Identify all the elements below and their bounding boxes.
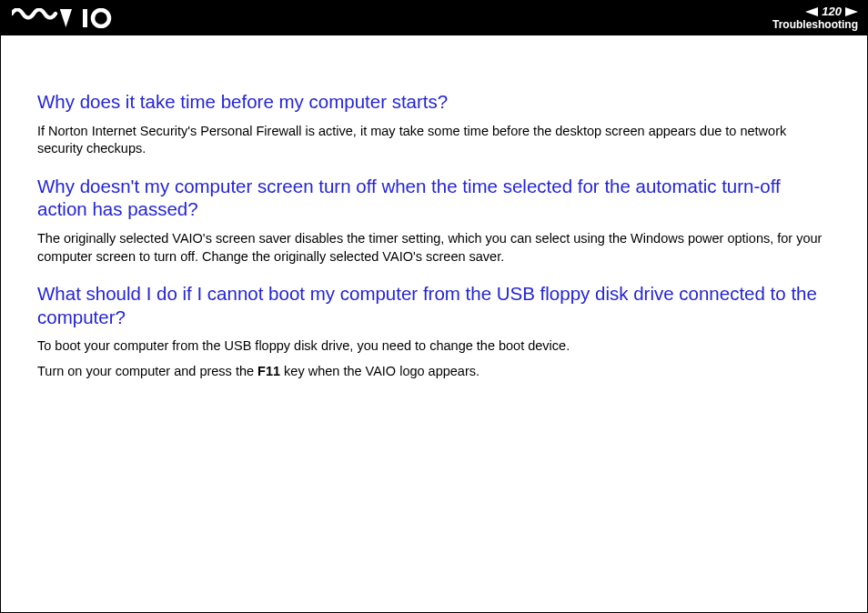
page-nav: 120: [772, 5, 858, 18]
question-heading: Why does it take time before my computer…: [37, 90, 831, 114]
question-heading: Why doesn't my computer screen turn off …: [37, 175, 831, 221]
svg-point-1: [93, 10, 109, 26]
vaio-logo: [12, 8, 112, 28]
answer-text: The originally selected VAIO's screen sa…: [37, 230, 831, 266]
section-title: Troubleshooting: [772, 19, 858, 31]
page-header: 120 Troubleshooting: [1, 1, 867, 35]
page-content: Why does it take time before my computer…: [1, 35, 867, 407]
page-number: 120: [822, 5, 842, 18]
answer-text: If Norton Internet Security's Personal F…: [37, 123, 831, 158]
answer-text: To boot your computer from the USB flopp…: [37, 337, 831, 356]
answer-text: Turn on your computer and press the F11 …: [37, 363, 831, 381]
svg-rect-0: [83, 9, 87, 27]
header-right: 120 Troubleshooting: [772, 5, 858, 30]
prev-page-icon[interactable]: [805, 7, 818, 16]
question-heading: What should I do if I cannot boot my com…: [37, 282, 831, 328]
next-page-icon[interactable]: [845, 7, 858, 16]
